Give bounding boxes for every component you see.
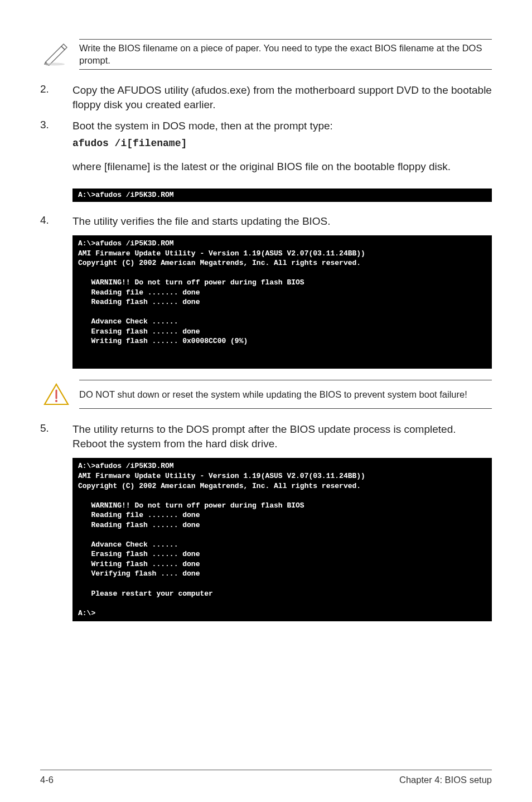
terminal-output-3: A:\>afudos /iP5K3D.ROM AMI Firmware Upda…	[72, 458, 492, 621]
terminal-output-2: A:\>afudos /iP5K3D.ROM AMI Firmware Upda…	[72, 235, 492, 369]
step-body: Boot the system in DOS mode, then at the…	[72, 119, 492, 182]
step-number: 5.	[40, 422, 72, 451]
step-number: 4.	[40, 214, 72, 229]
page-number: 4-6	[40, 775, 54, 785]
warning-icon	[40, 383, 72, 406]
step-body: Copy the AFUDOS utility (afudos.exe) fro…	[72, 83, 492, 112]
chapter-label: Chapter 4: BIOS setup	[399, 775, 492, 785]
warning-text: DO NOT shut down or reset the system whi…	[72, 388, 492, 400]
note-text: Write the BIOS filename on a piece of pa…	[72, 42, 492, 67]
step-3: 3. Boot the system in DOS mode, then at …	[40, 119, 492, 182]
note-callout: Write the BIOS filename on a piece of pa…	[79, 39, 492, 70]
code-command: afudos /i[filename]	[72, 137, 492, 151]
step-sub-paragraph: where [filename] is the latest or the or…	[72, 160, 492, 174]
step-body: The utility verifies the file and starts…	[72, 214, 492, 229]
step-2: 2. Copy the AFUDOS utility (afudos.exe) …	[40, 83, 492, 112]
step-number: 3.	[40, 119, 72, 182]
step-5: 5. The utility returns to the DOS prompt…	[40, 422, 492, 451]
step-4: 4. The utility verifies the file and sta…	[40, 214, 492, 229]
svg-point-2	[55, 400, 57, 402]
svg-point-0	[45, 63, 65, 66]
step-body: The utility returns to the DOS prompt af…	[72, 422, 492, 451]
step-text: Boot the system in DOS mode, then at the…	[72, 120, 333, 132]
step-number: 2.	[40, 83, 72, 112]
pencil-icon	[40, 42, 72, 66]
warning-callout: DO NOT shut down or reset the system whi…	[79, 380, 492, 409]
page-footer: 4-6 Chapter 4: BIOS setup	[40, 770, 492, 785]
terminal-output-1: A:\>afudos /iP5K3D.ROM	[72, 189, 492, 202]
